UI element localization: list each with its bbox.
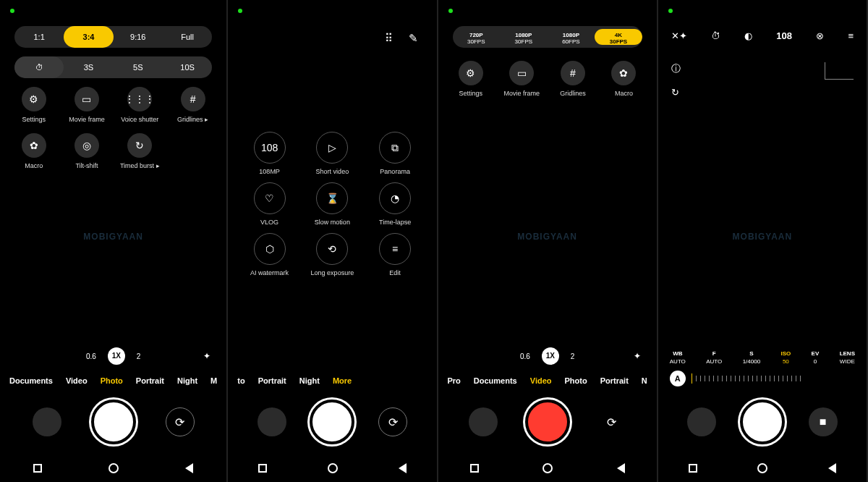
reset-icon[interactable]: ↻ xyxy=(671,87,681,98)
timed-burst-button[interactable]: ↻Timed burst ▸ xyxy=(114,133,166,169)
nav-recents[interactable] xyxy=(258,464,267,473)
aspect-3-4[interactable]: 3:4 xyxy=(64,26,113,48)
mode-photo[interactable]: Photo xyxy=(558,376,594,385)
timer-10s[interactable]: 10S xyxy=(163,56,212,78)
aspect-1-1[interactable]: 1:1 xyxy=(14,26,64,48)
record-button[interactable] xyxy=(525,399,570,444)
nav-back[interactable] xyxy=(617,463,625,473)
flip-camera-button[interactable]: ⟳ xyxy=(378,407,407,436)
mode-video[interactable]: Video xyxy=(524,376,558,385)
grid-layout-icon[interactable]: ⠿ xyxy=(385,32,393,45)
switch-to-video-button[interactable]: ■ xyxy=(809,407,838,436)
nav-home[interactable] xyxy=(757,463,767,473)
res-1080p-30[interactable]: 1080P30FPS xyxy=(500,29,548,46)
settings-button[interactable]: ⚙Settings xyxy=(446,61,497,97)
mode-night[interactable]: Night xyxy=(171,376,204,385)
zoom-0-6[interactable]: 0.6 xyxy=(520,352,530,360)
menu-icon[interactable]: ≡ xyxy=(848,30,854,41)
timer-icon[interactable]: ⏱ xyxy=(711,30,720,41)
movie-frame-button[interactable]: ▭Movie frame xyxy=(60,87,113,123)
shutter-button[interactable] xyxy=(310,399,354,444)
nav-home[interactable] xyxy=(542,463,553,473)
timer-3s[interactable]: 3S xyxy=(64,56,113,78)
gallery-thumb[interactable] xyxy=(469,407,498,436)
nav-back[interactable] xyxy=(828,463,836,473)
settings-button[interactable]: ⚙Settings xyxy=(7,87,60,123)
param-iso[interactable]: ISO50 xyxy=(780,350,791,365)
tilt-shift-button[interactable]: ◎Tilt-shift xyxy=(60,133,113,169)
nav-recents[interactable] xyxy=(689,464,697,473)
aspect-9-16[interactable]: 9:16 xyxy=(114,26,163,48)
gallery-thumb[interactable] xyxy=(33,407,61,436)
mode-more-cut[interactable]: M xyxy=(204,376,224,385)
mode-edit-list[interactable]: ≡Edit xyxy=(364,233,427,276)
res-4k-30[interactable]: 4K30FPS xyxy=(595,29,642,46)
mode-photo[interactable]: Photo xyxy=(94,376,129,385)
mode-short-video[interactable]: ▷Short video xyxy=(301,132,364,175)
info-icon[interactable]: ⓘ xyxy=(671,62,681,75)
flash-off-icon[interactable]: ✕✦ xyxy=(671,30,687,41)
slider-ticks[interactable] xyxy=(692,372,855,385)
mode-documents[interactable]: Documents xyxy=(3,376,59,385)
mode-pro[interactable]: Pro xyxy=(441,376,467,385)
mode-108mp[interactable]: 108108MP xyxy=(238,132,301,175)
pro-slider[interactable]: A xyxy=(658,371,867,386)
mode-video[interactable]: Video xyxy=(59,376,94,385)
mode-night-cut[interactable]: N xyxy=(635,376,654,385)
param-lens[interactable]: LENSWIDE xyxy=(840,350,855,365)
edit-icon[interactable]: ✎ xyxy=(409,32,418,45)
nav-home[interactable] xyxy=(109,463,119,473)
focus-peaking-icon[interactable]: ◐ xyxy=(744,30,752,41)
mode-ai-watermark[interactable]: ⬡AI watermark xyxy=(238,233,301,276)
param-s[interactable]: S1/4000 xyxy=(743,350,760,365)
nav-recents[interactable] xyxy=(33,464,42,473)
gallery-thumb[interactable] xyxy=(258,407,286,436)
macro-button[interactable]: ✿Macro xyxy=(7,133,60,169)
zoom-1x[interactable]: 1X xyxy=(108,347,125,365)
mode-photo-cut[interactable]: to xyxy=(231,376,251,385)
res-720p-30[interactable]: 720P30FPS xyxy=(453,29,501,46)
timer-5s[interactable]: 5S xyxy=(114,56,163,78)
filters-icon[interactable]: ✦ xyxy=(634,351,641,361)
zoom-0-6[interactable]: 0.6 xyxy=(86,352,96,360)
filters-icon[interactable]: ✦ xyxy=(203,351,210,361)
zoom-2[interactable]: 2 xyxy=(571,352,575,360)
mode-long-exposure[interactable]: ⟲Long exposure xyxy=(301,233,364,276)
nav-recents[interactable] xyxy=(470,464,479,473)
mode-time-lapse[interactable]: ◔Time-lapse xyxy=(364,182,427,226)
flip-camera-button[interactable]: ⟳ xyxy=(166,407,195,436)
mode-night[interactable]: Night xyxy=(293,376,326,385)
nav-back[interactable] xyxy=(185,463,193,473)
108mp-toggle[interactable]: 108 xyxy=(776,30,792,41)
mode-panorama[interactable]: ⧉Panorama xyxy=(364,132,427,175)
timer-off[interactable]: ⏱ xyxy=(14,56,64,78)
quick-settings-row2: ✿Macro ◎Tilt-shift ↻Timed burst ▸ xyxy=(0,129,226,169)
shutter-button[interactable] xyxy=(91,399,136,444)
mode-portrait[interactable]: Portrait xyxy=(594,376,635,385)
param-wb[interactable]: WBAUTO xyxy=(670,350,686,365)
voice-shutter-button[interactable]: ⋮⋮⋮Voice shutter xyxy=(114,87,166,123)
gallery-thumb[interactable] xyxy=(687,407,716,436)
shutter-button[interactable] xyxy=(740,399,785,444)
nav-home[interactable] xyxy=(328,463,338,473)
zoom-1x[interactable]: 1X xyxy=(542,347,559,365)
gridlines-button[interactable]: #Gridlines xyxy=(548,61,599,97)
mode-portrait[interactable]: Portrait xyxy=(252,376,293,385)
param-f[interactable]: FAUTO xyxy=(706,350,722,365)
gridlines-button[interactable]: #Gridlines ▸ xyxy=(166,87,219,123)
mode-more[interactable]: More xyxy=(326,376,358,385)
zoom-2[interactable]: 2 xyxy=(137,352,141,360)
res-1080p-60[interactable]: 1080P60FPS xyxy=(548,29,595,46)
nav-back[interactable] xyxy=(399,463,407,473)
color-profile-icon[interactable]: ⊗ xyxy=(816,30,824,41)
aspect-full[interactable]: Full xyxy=(163,26,212,48)
macro-button[interactable]: ✿Macro xyxy=(598,61,650,97)
mode-vlog[interactable]: ♡VLOG xyxy=(238,182,301,226)
mode-documents[interactable]: Documents xyxy=(467,376,524,385)
auto-button[interactable]: A xyxy=(670,371,686,386)
mode-slow-motion[interactable]: ⌛Slow motion xyxy=(301,182,364,226)
mode-portrait[interactable]: Portrait xyxy=(129,376,171,385)
flip-camera-button[interactable]: ⟳ xyxy=(597,407,626,436)
param-ev[interactable]: EV0 xyxy=(812,350,820,365)
movie-frame-button[interactable]: ▭Movie frame xyxy=(496,61,548,97)
